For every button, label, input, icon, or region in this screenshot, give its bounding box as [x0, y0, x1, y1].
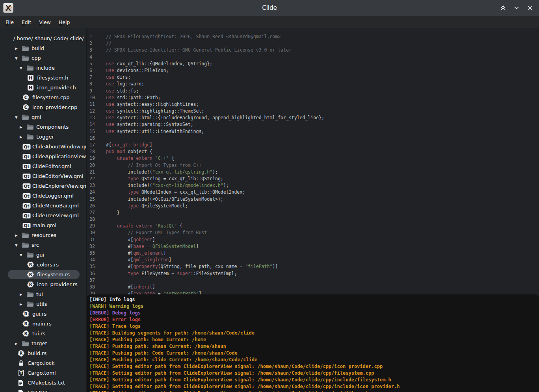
tree-item-label: tui — [35, 291, 43, 297]
code-text: // Export QML Types from Rust — [97, 229, 207, 236]
code-text: // SPDX-License-Identifier: GNU General … — [97, 47, 292, 54]
chevron-expanded-icon[interactable]: ▼ — [14, 115, 22, 119]
tree-item-resources[interactable]: ▶resources — [0, 230, 86, 240]
tree-item-components[interactable]: ▶Components — [0, 122, 86, 132]
chevron-collapsed-icon[interactable]: ▶ — [19, 135, 26, 139]
tree-item-label: gui — [35, 252, 44, 258]
tree-item-gui[interactable]: ▼gui — [0, 250, 86, 260]
chevron-collapsed-icon[interactable]: ▶ — [19, 302, 26, 306]
tree-item-clidelogger-qml[interactable]: QtClideLogger.qml — [0, 191, 86, 201]
svg-text:Qt: Qt — [24, 193, 30, 198]
tree-item-clideeditor-qml[interactable]: QtClideEditor.qml — [0, 161, 86, 171]
tree-item-icon-provider-h[interactable]: Hicon_provider.h — [0, 83, 86, 92]
tree-item-tui-rs[interactable]: Rtui.rs — [0, 329, 86, 338]
tree-item-clideaboutwindow-qml[interactable]: QtClideAboutWindow.qml — [0, 142, 86, 152]
code-editor[interactable]: 1// SPDX-FileCopyrightText: 2026, Shaun … — [87, 28, 539, 294]
code-line: 7use dirs; — [87, 74, 539, 81]
tree-item-filesystem-h[interactable]: Hfilesystem.h — [0, 73, 86, 83]
code-text: type QString = cxx_qt_lib::QString; — [97, 176, 223, 182]
rust-file-icon: R — [18, 350, 26, 357]
menu-item-help[interactable]: Help — [55, 17, 74, 27]
tree-item-clideeditorview-qml[interactable]: QtClideEditorView.qml — [0, 171, 86, 181]
menu-item-view[interactable]: View — [35, 17, 55, 27]
code-text: // Import Qt Types from C++ — [97, 162, 201, 169]
chevron-collapsed-icon[interactable]: ▶ — [19, 125, 26, 129]
code-line: 35 #[qproperty(QString, file_path, cxx_n… — [87, 263, 539, 270]
tree-item-main-qml[interactable]: Qtmain.qml — [0, 220, 86, 230]
code-line: 17#[cxx_qt::bridge] — [87, 142, 539, 148]
chevron-expanded-icon[interactable]: ▼ — [14, 56, 22, 60]
code-line: 3// SPDX-License-Identifier: GNU General… — [87, 47, 539, 54]
tree-item-qml[interactable]: ▼qml — [0, 112, 86, 122]
tree-item-clideexplorerview-qml[interactable]: QtClideExplorerView.qml — [0, 181, 86, 191]
cpp-file-icon: C — [22, 94, 31, 101]
tree-item-label: resources — [30, 232, 56, 238]
line-number: 14 — [87, 121, 97, 128]
tree-item-utils[interactable]: ▶utils — [0, 299, 86, 309]
chevron-expanded-icon[interactable]: ▼ — [19, 66, 26, 70]
line-number: 28 — [87, 216, 97, 223]
code-line: 11use syntect::easy::HighlightLines; — [87, 101, 539, 108]
line-number: 1 — [87, 33, 97, 40]
chevron-collapsed-icon[interactable]: ▶ — [14, 233, 22, 237]
tree-item-include[interactable]: ▼include — [0, 63, 86, 73]
code-line: 10use std::path::Path; — [87, 94, 539, 101]
line-number: 36 — [87, 270, 97, 277]
menu-item-file[interactable]: File — [2, 17, 18, 27]
code-text: #[inherit] — [97, 284, 155, 290]
tree-item-filesystem-rs[interactable]: Rfilesystem.rs — [0, 270, 86, 279]
tree-item-license[interactable]: LICENSE — [0, 388, 86, 392]
tree-item-logger[interactable]: ▶Logger — [0, 132, 86, 142]
chevron-collapsed-icon[interactable]: ▶ — [19, 292, 26, 296]
chevron-collapsed-icon[interactable]: ▶ — [14, 342, 22, 346]
tree-item-filesystem-cpp[interactable]: Cfilesystem.cpp — [0, 92, 86, 102]
chevron-expanded-icon[interactable]: ▼ — [14, 243, 22, 247]
tree-item-main-rs[interactable]: Rmain.rs — [0, 319, 86, 329]
code-text: use std::path::Path; — [97, 94, 160, 101]
tree-item-target[interactable]: ▶target — [0, 338, 86, 348]
tree-item-cpp[interactable]: ▼cpp — [0, 53, 86, 63]
file-icon — [18, 389, 26, 392]
line-number: 12 — [87, 108, 97, 115]
svg-text:R: R — [29, 262, 32, 267]
close-button[interactable] — [526, 4, 533, 11]
tree-item-icon-provider-rs[interactable]: Ricon_provider.rs — [0, 279, 86, 289]
line-number: 11 — [87, 101, 97, 108]
titlebar: Clide — [0, 0, 539, 16]
tree-item-label: colors.rs — [36, 262, 59, 268]
chevron-expanded-icon[interactable]: ▼ — [19, 253, 26, 257]
tree-item-clidemenubar-qml[interactable]: QtClideMenuBar.qml — [0, 201, 86, 211]
tree-item-cargo-toml[interactable]: TCargo.toml — [0, 368, 86, 378]
window-controls — [500, 4, 533, 11]
tree-item-tui[interactable]: ▶tui — [0, 289, 86, 299]
maximize-button[interactable] — [500, 4, 507, 11]
tree-item-label: Cargo.lock — [26, 360, 55, 366]
svg-text:Qt: Qt — [24, 203, 30, 208]
rust-file-icon: R — [22, 311, 31, 317]
code-line: 25 include!(<QtGui/QFileSystemModel>); — [87, 196, 539, 203]
code-text: use syntect::util::LinesWithEndings; — [97, 128, 204, 135]
chevron-collapsed-icon[interactable]: ▶ — [14, 46, 22, 50]
tree-item-build-rs[interactable]: Rbuild.rs — [0, 348, 86, 358]
tree-item-icon-provider-cpp[interactable]: Cicon_provider.cpp — [0, 102, 86, 112]
tree-item-src[interactable]: ▼src — [0, 240, 86, 250]
code-line: 18pub mod qobject { — [87, 148, 539, 155]
minimize-button[interactable] — [513, 4, 520, 11]
code-text: #[qml_element] — [97, 250, 166, 257]
tree-item-colors-rs[interactable]: Rcolors.rs — [0, 260, 86, 270]
header-file-icon: H — [27, 74, 36, 81]
log-line-trace: [TRACE] Setting editor path from ClideEx… — [89, 390, 539, 392]
log-panel[interactable]: [INFO] Info logs[WARN] Warning logs[DEBU… — [87, 294, 539, 392]
tree-item-clidetreeview-qml[interactable]: QtClideTreeView.qml — [0, 211, 86, 220]
tree-item-cmakelists-txt[interactable]: CMakeLists.txt — [0, 378, 86, 388]
svg-text:Qt: Qt — [24, 174, 30, 178]
tree-item-clideapplicationview-qml[interactable]: QtClideApplicationView.qml — [0, 152, 86, 161]
menu-item-edit[interactable]: Edit — [18, 17, 35, 27]
tree-item-cargo-lock[interactable]: Cargo.lock — [0, 358, 86, 368]
line-number: 10 — [87, 94, 97, 101]
line-number: 15 — [87, 128, 97, 135]
file-tree-sidebar[interactable]: / home/ shaun/ Code/ clide/ ▶build▼cpp▼i… — [0, 28, 87, 392]
tree-item-gui-rs[interactable]: Rgui.rs — [0, 309, 86, 319]
tree-item-build[interactable]: ▶build — [0, 43, 86, 53]
line-number: 30 — [87, 229, 97, 236]
